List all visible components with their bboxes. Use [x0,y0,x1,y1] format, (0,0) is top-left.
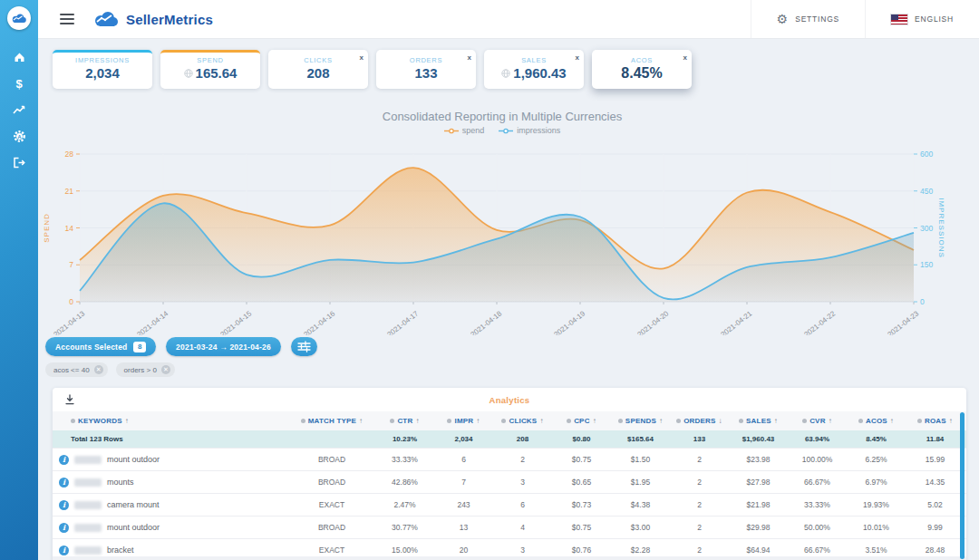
metric-card-spend[interactable]: SPEND165.64 [160,50,260,89]
table-row[interactable]: icamera mountEXACT2.47%2436$0.73$4.382$2… [53,493,966,516]
card-close-icon[interactable]: x [683,53,687,62]
sidebar-item-logout[interactable] [11,154,27,170]
column-header-spends[interactable]: SPENDS↑ [611,417,670,425]
metric-card-sales[interactable]: SALES1,960.43x [484,50,584,89]
filter-chip[interactable]: orders > 0✕ [116,362,175,377]
svg-text:A: A [17,133,21,139]
info-icon[interactable]: i [59,546,69,555]
sort-arrow-icon: ↑ [949,417,953,425]
card-close-icon[interactable]: x [576,53,579,62]
column-dot-icon [390,419,394,423]
sort-arrow-icon: ↑ [476,417,480,425]
sort-arrow-icon: ↑ [125,417,129,425]
legend-label: impressions [517,126,560,135]
accounts-selected-button[interactable]: Accounts Selected 8 [45,337,156,356]
sidebar-item-automation[interactable]: A [11,128,27,144]
chip-close-icon[interactable]: ✕ [94,365,103,374]
legend-marker-icon [499,128,513,134]
svg-text:SPEND: SPEND [43,213,51,243]
cell: 33.33% [375,455,434,464]
cell: 3 [493,478,552,487]
metric-card-label: ORDERS [376,56,476,64]
cell: $1.95 [611,478,670,487]
metric-card-impressions[interactable]: IMPRESSIONS2,034 [53,50,152,89]
column-dot-icon [739,419,743,423]
info-icon[interactable]: i [59,455,69,465]
legend-item-impressions[interactable]: impressions [499,126,560,135]
header: SellerMetrics ⚙ SETTINGS ENGLISH [38,0,979,39]
column-header-impr[interactable]: IMPR↑ [434,417,493,425]
language-button[interactable]: ENGLISH [865,0,979,38]
legend-item-spend[interactable]: spend [444,126,485,135]
summary-cell: 8.45% [847,435,906,443]
svg-text:21: 21 [65,187,74,196]
date-range-button[interactable]: 2021-03-24 → 2021-04-26 [166,337,281,356]
cell: 243 [434,500,493,509]
settings-button[interactable]: ⚙ SETTINGS [751,0,865,38]
cell: 6 [493,500,552,509]
header-actions: ⚙ SETTINGS ENGLISH [751,0,979,38]
cell: 13 [434,523,493,532]
column-header-cpc[interactable]: CPC↑ [552,417,611,425]
summary-cell: $0.80 [552,435,611,443]
metric-card-label: IMPRESSIONS [53,56,152,64]
cell: 2 [670,523,729,532]
sort-arrow-icon: ↓ [719,417,722,425]
svg-text:2021-04-16: 2021-04-16 [302,309,336,335]
table-row[interactable]: imount outdoorBROAD30.77%134$0.75$3.002$… [53,516,966,538]
svg-text:450: 450 [920,187,933,196]
language-label: ENGLISH [915,14,954,24]
sidebar-item-billing[interactable]: $ [11,75,27,92]
column-label: KEYWORDS [78,417,122,425]
sidebar-item-trends[interactable] [11,101,27,118]
keyword-cell: icamera mount [53,500,288,510]
column-header-roas[interactable]: ROAS↑ [906,417,964,425]
filter-chips: acos <= 40✕orders > 0✕ [45,362,175,377]
filter-settings-button[interactable] [291,337,317,356]
cell: 2 [670,546,729,555]
table-footer-strip [53,556,966,560]
brand-logo-icon [92,11,120,28]
table-toolbar: Analytics [53,388,966,411]
column-header-keywords[interactable]: KEYWORDS↑ [53,417,288,425]
sidebar-item-home[interactable] [11,49,27,65]
redacted-keyword [74,478,102,487]
metric-card-label: ACOS [592,56,692,64]
trend-line-icon [13,104,25,115]
chip-close-icon[interactable]: ✕ [161,365,170,374]
table-row[interactable]: imount outdoorBROAD33.33%62$0.75$1.502$2… [53,448,966,470]
filter-bar: Accounts Selected 8 2021-03-24 → 2021-04… [45,337,317,356]
cell: 66.67% [788,478,847,487]
table-row[interactable]: imountsBROAD42.86%73$0.65$1.952$27.9866.… [53,470,966,493]
column-dot-icon [802,419,807,423]
metric-card-acos[interactable]: ACOS8.45%x [592,50,692,89]
home-icon [14,52,25,63]
metric-card-value: 208 [268,65,368,81]
column-header-clicks[interactable]: CLICKS↑ [493,417,552,425]
svg-text:2021-04-14: 2021-04-14 [135,309,170,335]
menu-icon[interactable] [60,14,74,24]
metric-card-clicks[interactable]: CLICKS208x [268,50,368,89]
app-logo[interactable] [7,6,31,30]
info-icon[interactable]: i [59,523,69,533]
keyword-text: camera mount [107,500,160,509]
column-header-sales[interactable]: SALES↑ [729,417,788,425]
table-body: imount outdoorBROAD33.33%62$0.75$1.502$2… [53,448,966,560]
column-header-cvr[interactable]: CVR↑ [788,417,847,425]
filter-chip[interactable]: acos <= 40✕ [45,362,108,377]
summary-cell: 208 [493,435,552,443]
cell: EXACT [288,546,375,555]
card-close-icon[interactable]: x [468,53,471,62]
metric-card-orders[interactable]: ORDERS133x [376,50,476,89]
card-close-icon[interactable]: x [360,53,363,62]
column-header-match-type[interactable]: MATCH TYPE↑ [288,417,375,425]
info-icon[interactable]: i [59,478,69,488]
table-scrollbar[interactable] [960,412,964,559]
column-label: ORDERS [683,417,715,425]
info-icon[interactable]: i [59,500,69,510]
cell: 20 [434,546,493,555]
cell: $27.98 [729,478,788,487]
column-header-acos[interactable]: ACOS↑ [847,417,906,425]
column-header-orders[interactable]: ORDERS↓ [670,417,729,425]
column-header-ctr[interactable]: CTR↑ [375,417,434,425]
